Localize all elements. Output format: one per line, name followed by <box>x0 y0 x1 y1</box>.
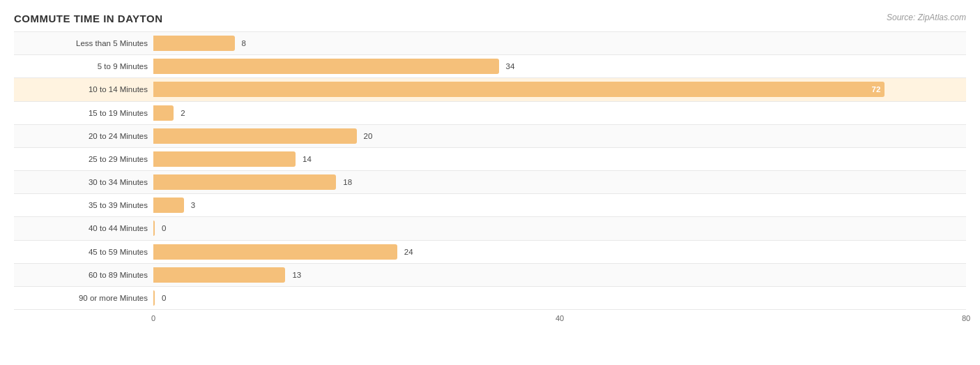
bar-row: 15 to 19 Minutes2 <box>14 102 966 125</box>
bar-value-label: 18 <box>343 178 352 186</box>
bar-track: 3 <box>153 194 966 216</box>
bar-label: 15 to 19 Minutes <box>14 109 153 117</box>
bar-value-label: 0 <box>162 224 166 232</box>
bar-label: 5 to 9 Minutes <box>14 62 153 70</box>
bar-track: 18 <box>153 171 966 193</box>
bar-row: Less than 5 Minutes8 <box>14 31 966 55</box>
bar-track: 34 <box>153 55 966 77</box>
chart-area: Less than 5 Minutes85 to 9 Minutes3410 t… <box>14 31 966 328</box>
bar-label: 25 to 29 Minutes <box>14 155 153 163</box>
bar-label: 90 or more Minutes <box>14 294 153 302</box>
bar-track: 2 <box>153 102 966 124</box>
bar-row: 30 to 34 Minutes18 <box>14 171 966 194</box>
bar-track: 14 <box>153 148 966 170</box>
source-label: Source: ZipAtlas.com <box>887 13 966 22</box>
bar-fill <box>153 174 336 190</box>
bar-track: 0 <box>153 217 966 239</box>
bar-fill <box>153 221 155 236</box>
x-axis-label: 40 <box>556 314 564 322</box>
bar-fill <box>153 267 285 283</box>
bar-label: Less than 5 Minutes <box>14 39 153 47</box>
x-axis-label: 80 <box>962 314 970 322</box>
x-axis: 04080 <box>153 314 966 328</box>
bar-row: 25 to 29 Minutes14 <box>14 148 966 171</box>
bar-row: 60 to 89 Minutes13 <box>14 264 966 287</box>
bar-label: 40 to 44 Minutes <box>14 224 153 232</box>
bar-label: 35 to 39 Minutes <box>14 201 153 209</box>
x-axis-label: 0 <box>151 314 155 322</box>
bar-value-label: 34 <box>506 62 515 70</box>
bar-fill <box>153 198 184 213</box>
bar-fill <box>153 151 296 167</box>
bar-track: 0 <box>153 287 966 309</box>
bar-track: 13 <box>153 264 966 286</box>
bar-fill <box>153 128 357 144</box>
bar-track: 20 <box>153 125 966 147</box>
bar-row: 35 to 39 Minutes3 <box>14 194 966 217</box>
bar-value-label: 2 <box>181 109 185 117</box>
bar-label: 45 to 59 Minutes <box>14 248 153 256</box>
bar-value-label: 8 <box>242 39 246 47</box>
bar-value-label: 0 <box>162 294 166 302</box>
bar-track: 24 <box>153 241 966 263</box>
bar-value-label: 20 <box>364 132 373 140</box>
bar-label: 20 to 24 Minutes <box>14 132 153 140</box>
chart-container: COMMUTE TIME IN DAYTON Source: ZipAtlas.… <box>0 0 980 365</box>
bar-label: 60 to 89 Minutes <box>14 271 153 279</box>
bar-value-label: 24 <box>404 248 413 256</box>
bar-row: 20 to 24 Minutes20 <box>14 125 966 148</box>
bar-fill <box>153 105 174 121</box>
bars-area: Less than 5 Minutes85 to 9 Minutes3410 t… <box>14 31 966 310</box>
bar-row: 90 or more Minutes0 <box>14 287 966 310</box>
bar-label: 30 to 34 Minutes <box>14 178 153 186</box>
bar-fill <box>153 59 499 74</box>
bar-row: 10 to 14 Minutes72 <box>14 78 966 101</box>
bar-value-label: 14 <box>303 155 312 163</box>
bar-label: 10 to 14 Minutes <box>14 85 153 94</box>
bar-fill <box>153 244 397 260</box>
bar-row: 40 to 44 Minutes0 <box>14 217 966 240</box>
bar-row: 45 to 59 Minutes24 <box>14 241 966 264</box>
bar-value-label: 3 <box>191 201 195 209</box>
bar-fill <box>153 290 155 306</box>
bar-track: 8 <box>153 32 966 54</box>
bar-fill: 72 <box>153 82 885 97</box>
bar-value-label: 13 <box>292 271 301 279</box>
bar-row: 5 to 9 Minutes34 <box>14 55 966 78</box>
bar-track: 72 <box>153 78 966 100</box>
chart-title: COMMUTE TIME IN DAYTON <box>14 13 966 24</box>
bar-value-inside: 72 <box>872 85 881 94</box>
bar-fill <box>153 36 235 51</box>
